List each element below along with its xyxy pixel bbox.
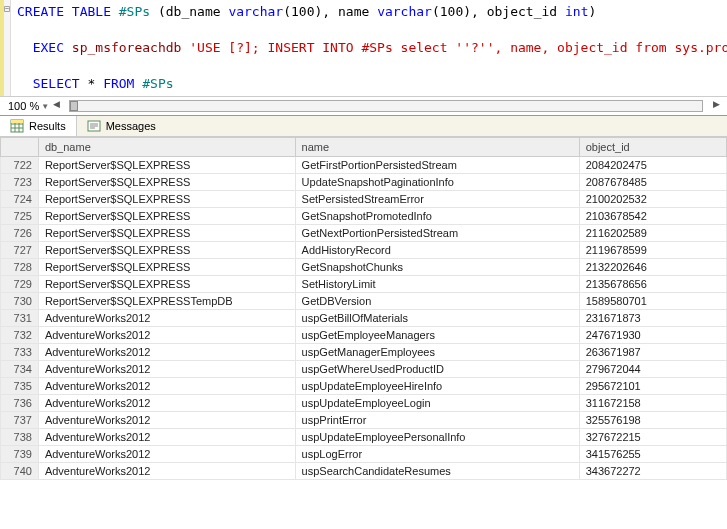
cell-name: GetFirstPortionPersistedStream bbox=[295, 157, 579, 174]
cell-dbname: AdventureWorks2012 bbox=[38, 395, 295, 412]
col-header-name[interactable]: name bbox=[295, 138, 579, 157]
scrollbar-thumb[interactable] bbox=[70, 101, 78, 111]
results-grid: db_name name object_id 722ReportServer$S… bbox=[0, 137, 727, 480]
cell-name: uspLogError bbox=[295, 446, 579, 463]
cell-objectid: 343672272 bbox=[579, 463, 726, 480]
cell-name: uspUpdateEmployeePersonalInfo bbox=[295, 429, 579, 446]
caret-down-icon: ▼ bbox=[41, 102, 49, 111]
tab-results[interactable]: Results bbox=[0, 116, 77, 136]
col-header-dbname[interactable]: db_name bbox=[38, 138, 295, 157]
kw-select: SELECT bbox=[33, 76, 80, 91]
svg-rect-5 bbox=[11, 120, 23, 123]
table-row[interactable]: 737AdventureWorks2012uspPrintError325576… bbox=[1, 412, 727, 429]
scroll-left-icon[interactable]: ◀ bbox=[49, 99, 63, 113]
table-row[interactable]: 729ReportServer$SQLEXPRESSSetHistoryLimi… bbox=[1, 276, 727, 293]
cell-dbname: AdventureWorks2012 bbox=[38, 412, 295, 429]
horizontal-scrollbar[interactable] bbox=[69, 100, 703, 112]
kw-from: FROM bbox=[103, 76, 134, 91]
cell-dbname: ReportServer$SQLEXPRESSTempDB bbox=[38, 293, 295, 310]
cell-objectid: 263671987 bbox=[579, 344, 726, 361]
table-row[interactable]: 724ReportServer$SQLEXPRESSSetPersistedSt… bbox=[1, 191, 727, 208]
table-row[interactable]: 734AdventureWorks2012uspGetWhereUsedProd… bbox=[1, 361, 727, 378]
row-number: 734 bbox=[1, 361, 39, 378]
table-row[interactable]: 722ReportServer$SQLEXPRESSGetFirstPortio… bbox=[1, 157, 727, 174]
row-number: 739 bbox=[1, 446, 39, 463]
table-row[interactable]: 732AdventureWorks2012uspGetEmployeeManag… bbox=[1, 327, 727, 344]
cell-objectid: 341576255 bbox=[579, 446, 726, 463]
cell-objectid: 327672215 bbox=[579, 429, 726, 446]
row-number: 724 bbox=[1, 191, 39, 208]
results-grid-wrapper[interactable]: db_name name object_id 722ReportServer$S… bbox=[0, 137, 727, 525]
cell-name: uspGetManagerEmployees bbox=[295, 344, 579, 361]
table-row[interactable]: 736AdventureWorks2012uspUpdateEmployeeLo… bbox=[1, 395, 727, 412]
cell-dbname: AdventureWorks2012 bbox=[38, 429, 295, 446]
row-number: 737 bbox=[1, 412, 39, 429]
table-row[interactable]: 733AdventureWorks2012uspGetManagerEmploy… bbox=[1, 344, 727, 361]
cell-objectid: 2087678485 bbox=[579, 174, 726, 191]
cell-dbname: AdventureWorks2012 bbox=[38, 361, 295, 378]
code-gutter: ⊟ bbox=[4, 0, 11, 96]
type-varchar: varchar bbox=[228, 4, 283, 19]
table-row[interactable]: 731AdventureWorks2012uspGetBillOfMateria… bbox=[1, 310, 727, 327]
cell-objectid: 2116202589 bbox=[579, 225, 726, 242]
cell-name: GetSnapshotPromotedInfo bbox=[295, 208, 579, 225]
table-row[interactable]: 727ReportServer$SQLEXPRESSAddHistoryReco… bbox=[1, 242, 727, 259]
cell-name: AddHistoryRecord bbox=[295, 242, 579, 259]
tab-messages[interactable]: Messages bbox=[77, 116, 166, 136]
cell-dbname: AdventureWorks2012 bbox=[38, 327, 295, 344]
cell-name: uspUpdateEmployeeLogin bbox=[295, 395, 579, 412]
cell-objectid: 2119678599 bbox=[579, 242, 726, 259]
table-row[interactable]: 726ReportServer$SQLEXPRESSGetNextPortion… bbox=[1, 225, 727, 242]
row-number: 726 bbox=[1, 225, 39, 242]
row-number: 728 bbox=[1, 259, 39, 276]
cell-dbname: ReportServer$SQLEXPRESS bbox=[38, 259, 295, 276]
kw-create: CREATE bbox=[17, 4, 64, 19]
cell-name: SetHistoryLimit bbox=[295, 276, 579, 293]
table-row[interactable]: 740AdventureWorks2012uspSearchCandidateR… bbox=[1, 463, 727, 480]
cell-objectid: 247671930 bbox=[579, 327, 726, 344]
table-row[interactable]: 730ReportServer$SQLEXPRESSTempDBGetDBVer… bbox=[1, 293, 727, 310]
cell-name: uspGetBillOfMaterials bbox=[295, 310, 579, 327]
cell-dbname: ReportServer$SQLEXPRESS bbox=[38, 208, 295, 225]
code-area[interactable]: CREATE TABLE #SPs (db_name varchar(100),… bbox=[11, 0, 727, 96]
scroll-right-icon[interactable]: ▶ bbox=[709, 99, 723, 113]
cell-name: uspSearchCandidateResumes bbox=[295, 463, 579, 480]
cell-objectid: 295672101 bbox=[579, 378, 726, 395]
row-number: 740 bbox=[1, 463, 39, 480]
table-row[interactable]: 725ReportServer$SQLEXPRESSGetSnapshotPro… bbox=[1, 208, 727, 225]
cell-objectid: 2084202475 bbox=[579, 157, 726, 174]
cell-objectid: 2132202646 bbox=[579, 259, 726, 276]
cell-name: GetNextPortionPersistedStream bbox=[295, 225, 579, 242]
row-number: 729 bbox=[1, 276, 39, 293]
row-number: 730 bbox=[1, 293, 39, 310]
row-number: 725 bbox=[1, 208, 39, 225]
cell-dbname: AdventureWorks2012 bbox=[38, 463, 295, 480]
proc-name: sp_msforeachdb bbox=[64, 40, 189, 55]
cell-name: uspUpdateEmployeeHireInfo bbox=[295, 378, 579, 395]
cell-dbname: ReportServer$SQLEXPRESS bbox=[38, 157, 295, 174]
cell-dbname: AdventureWorks2012 bbox=[38, 378, 295, 395]
col-header-objectid[interactable]: object_id bbox=[579, 138, 726, 157]
table-row[interactable]: 738AdventureWorks2012uspUpdateEmployeePe… bbox=[1, 429, 727, 446]
messages-icon bbox=[87, 119, 101, 133]
cell-dbname: ReportServer$SQLEXPRESS bbox=[38, 225, 295, 242]
cell-name: GetDBVersion bbox=[295, 293, 579, 310]
zoom-value: 100 % bbox=[8, 100, 39, 112]
table-row[interactable]: 728ReportServer$SQLEXPRESSGetSnapshotChu… bbox=[1, 259, 727, 276]
collapse-icon[interactable]: ⊟ bbox=[4, 3, 10, 14]
sql-editor[interactable]: ⊟ CREATE TABLE #SPs (db_name varchar(100… bbox=[0, 0, 727, 96]
tab-results-label: Results bbox=[29, 120, 66, 132]
col-header-rownum[interactable] bbox=[1, 138, 39, 157]
cell-objectid: 325576198 bbox=[579, 412, 726, 429]
row-number: 727 bbox=[1, 242, 39, 259]
row-number: 735 bbox=[1, 378, 39, 395]
row-number: 732 bbox=[1, 327, 39, 344]
zoom-bar: 100 % ▼ ◀ ▶ bbox=[0, 96, 727, 115]
cell-objectid: 231671873 bbox=[579, 310, 726, 327]
cell-dbname: ReportServer$SQLEXPRESS bbox=[38, 191, 295, 208]
table-row[interactable]: 723ReportServer$SQLEXPRESSUpdateSnapshot… bbox=[1, 174, 727, 191]
table-row[interactable]: 739AdventureWorks2012uspLogError34157625… bbox=[1, 446, 727, 463]
row-number: 731 bbox=[1, 310, 39, 327]
zoom-dropdown[interactable]: 100 % ▼ bbox=[8, 100, 49, 112]
table-row[interactable]: 735AdventureWorks2012uspUpdateEmployeeHi… bbox=[1, 378, 727, 395]
